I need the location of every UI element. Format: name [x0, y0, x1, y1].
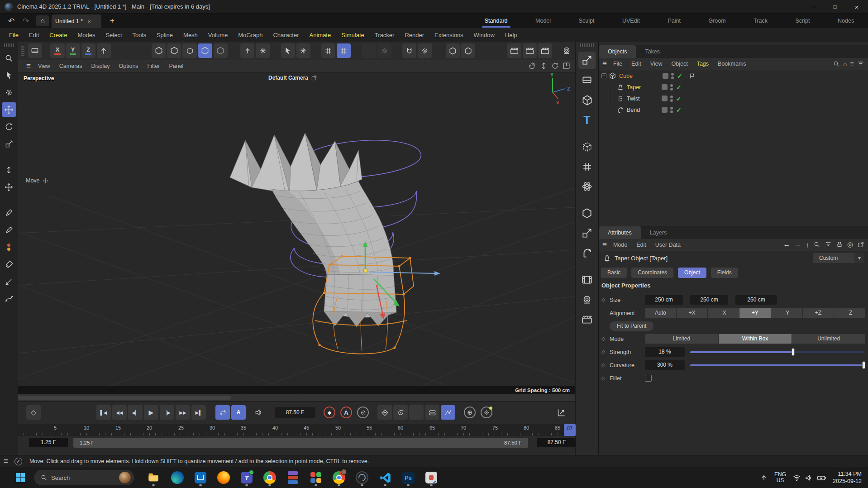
- enable-axis-button[interactable]: [240, 43, 254, 58]
- strength-slider[interactable]: [690, 347, 865, 357]
- search-tool-icon[interactable]: [2, 51, 16, 65]
- curvature-slider-handle[interactable]: [862, 361, 865, 369]
- axis-lock-tool-icon[interactable]: [2, 163, 16, 177]
- file-explorer-icon[interactable]: [146, 469, 161, 487]
- viewport-camera-label[interactable]: Default Camera: [268, 75, 308, 81]
- tree-row-twist[interactable]: Twist ✓: [599, 93, 868, 104]
- menu-volume[interactable]: Volume: [208, 32, 228, 38]
- fillet-checkbox[interactable]: [645, 375, 652, 382]
- curvature-key-icon[interactable]: ◇: [601, 362, 610, 368]
- coordinate-system-button[interactable]: [97, 43, 111, 58]
- viewport-menu-options[interactable]: Options: [119, 63, 138, 69]
- twist-visibility-dots[interactable]: [670, 95, 673, 102]
- live-selection-tool-icon[interactable]: [2, 68, 16, 82]
- om-menu-tags[interactable]: Tags: [697, 61, 709, 67]
- om-layers-icon[interactable]: ≡: [850, 60, 854, 67]
- menu-window[interactable]: Window: [474, 32, 495, 38]
- alignment-minus-z[interactable]: -Z: [834, 308, 865, 318]
- mode-key-icon[interactable]: ◇: [601, 336, 610, 342]
- scale-tool-icon[interactable]: [2, 137, 16, 151]
- taper-enabled-check[interactable]: ✓: [676, 84, 682, 91]
- texture-mode-button[interactable]: [182, 43, 196, 58]
- om-menu-edit[interactable]: Edit: [631, 61, 641, 67]
- render-region-button[interactable]: [523, 43, 537, 58]
- attr-tab-object[interactable]: Object: [678, 268, 706, 278]
- menu-tracker[interactable]: Tracker: [375, 32, 395, 38]
- camera-icon[interactable]: [578, 291, 596, 308]
- range-end-field[interactable]: 87.50 F: [537, 438, 576, 447]
- vscode-icon[interactable]: [378, 469, 392, 487]
- tab-layers[interactable]: Layers: [641, 226, 676, 239]
- quantize-grid-button[interactable]: [321, 43, 335, 58]
- layout-icon[interactable]: [28, 43, 42, 58]
- viewport-view-label[interactable]: Perspective: [24, 75, 54, 81]
- preset-dropdown[interactable]: Custom ▾: [813, 253, 864, 263]
- previous-frame-button[interactable]: ◀▏: [128, 405, 143, 420]
- record-keyframe-button[interactable]: ◆: [324, 407, 335, 418]
- mode-unlimited[interactable]: Unlimited: [792, 334, 865, 344]
- am-menu-edit[interactable]: Edit: [636, 242, 646, 248]
- close-button[interactable]: ×: [845, 0, 868, 14]
- layout-tab-script[interactable]: Script: [796, 18, 810, 24]
- twist-render-toggle[interactable]: [662, 96, 668, 101]
- interactive-render-button[interactable]: [560, 43, 574, 58]
- viewport-maximize-icon[interactable]: [562, 62, 571, 70]
- tree-label-taper[interactable]: Taper: [627, 84, 654, 91]
- current-frame-field[interactable]: 87.50 F: [275, 407, 315, 418]
- menu-render[interactable]: Render: [405, 32, 424, 38]
- photoshop-icon[interactable]: Ps: [401, 469, 415, 487]
- om-menu-view[interactable]: View: [650, 61, 663, 67]
- sound-button[interactable]: [252, 405, 266, 420]
- home-icon[interactable]: ⌂: [36, 15, 49, 26]
- model-mode-button[interactable]: [167, 43, 181, 58]
- z-axis-button[interactable]: Z: [81, 43, 95, 58]
- fcurve-ramp-button[interactable]: [554, 405, 568, 420]
- spline-smooth-tool-icon[interactable]: [2, 292, 16, 306]
- viewport-menu-cameras[interactable]: Cameras: [59, 63, 82, 69]
- keyframe-button[interactable]: ◇: [26, 405, 41, 420]
- curvature-slider[interactable]: [690, 360, 865, 370]
- viewport-orbit-icon[interactable]: [551, 62, 559, 70]
- make-editable-button[interactable]: [152, 43, 166, 58]
- cycle-playback-button[interactable]: [215, 405, 230, 420]
- alignment-plus-x[interactable]: +X: [677, 308, 708, 318]
- next-key-button[interactable]: ▶▶: [176, 405, 190, 420]
- modeling-axis-button[interactable]: [461, 43, 475, 58]
- figma-icon[interactable]: [309, 469, 323, 487]
- snapping-magnet-button[interactable]: [402, 43, 416, 58]
- new-tab-button[interactable]: +: [107, 15, 118, 26]
- timeline-ruler[interactable]: 5 10 15 20 25 30 35 40 45 50 55 60 65 70…: [18, 424, 575, 436]
- status-hamburger-icon[interactable]: ≡: [4, 457, 8, 466]
- am-forward-icon[interactable]: →: [794, 240, 801, 249]
- plane-icon[interactable]: [578, 72, 596, 89]
- knife-tool-icon[interactable]: [2, 274, 16, 289]
- viewport-solo-settings-button[interactable]: [377, 43, 391, 58]
- am-back-icon[interactable]: ←: [783, 240, 790, 249]
- autokeying-button[interactable]: A: [340, 407, 352, 418]
- viewport-dolly-icon[interactable]: [539, 62, 548, 70]
- menu-character[interactable]: Character: [273, 32, 299, 38]
- fit-to-parent-button[interactable]: Fit to Parent: [610, 321, 653, 331]
- tab-takes[interactable]: Takes: [636, 45, 669, 58]
- alignment-minus-x[interactable]: -X: [708, 308, 739, 318]
- menu-spline[interactable]: Spline: [157, 32, 173, 38]
- menu-mesh[interactable]: Mesh: [183, 32, 198, 38]
- om-menu-object[interactable]: Object: [672, 61, 688, 67]
- viewport-menu-panel[interactable]: Panel: [169, 63, 183, 69]
- layout-tab-standard[interactable]: Standard: [485, 14, 508, 28]
- tree-row-bend[interactable]: Bend ✓: [599, 104, 868, 115]
- document-tab[interactable]: Untitled 1 * ×: [52, 14, 101, 28]
- snap-grid-button[interactable]: [337, 43, 351, 58]
- tree-label-bend[interactable]: Bend: [627, 107, 654, 113]
- minimize-button[interactable]: —: [804, 0, 825, 14]
- rotate-tool-icon[interactable]: [2, 120, 16, 134]
- viewport-menu-view[interactable]: View: [38, 63, 50, 69]
- brush-tool-icon[interactable]: [2, 257, 16, 272]
- winrar-icon[interactable]: [286, 469, 300, 487]
- material-icon[interactable]: [578, 340, 596, 358]
- viewport-scroll-strip[interactable]: [18, 394, 575, 401]
- tweak-tool-icon[interactable]: [2, 85, 16, 100]
- sketch-tool-icon[interactable]: [2, 223, 16, 237]
- am-menu-mode[interactable]: Mode: [613, 242, 627, 248]
- attr-tab-basic[interactable]: Basic: [601, 268, 627, 278]
